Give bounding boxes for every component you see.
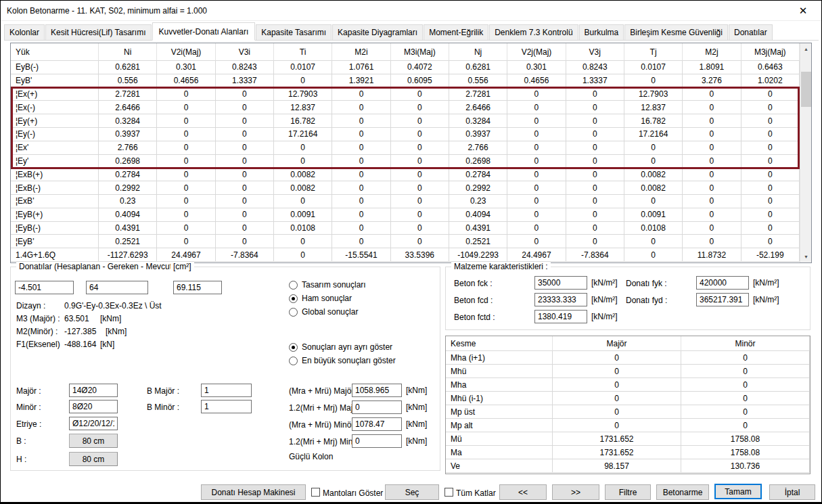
table-row[interactable]: ¦ExB(-)0.2992000.0082000.2992000.008200 — [11, 181, 800, 195]
betonarme-button[interactable]: Betonarme — [656, 484, 709, 500]
column-header-v3i[interactable]: V3i — [216, 43, 274, 61]
column-header-v2i-maj[interactable]: V2i(Maj) — [157, 43, 215, 61]
tab-kapasite-diyagramlar[interactable]: Kapasite Diyagramları — [332, 24, 423, 40]
table-row[interactable]: ¦Ey(-)0.39370017.2164000.39370017.216400 — [11, 128, 800, 141]
table-row[interactable]: ¦Ex(+)2.72810012.7903002.72810012.790300 — [11, 88, 800, 101]
tab-birle-im-kesme-g-venli-i[interactable]: Birleşim Kesme Güvenliği — [624, 24, 728, 40]
table-row[interactable]: ¦EyB'0.2521000000.252100000 — [11, 235, 800, 248]
donatilar-group-title: Donatılar (Hesaplanan - Gereken - Mevcut… — [16, 262, 182, 271]
close-icon[interactable]: ✕ — [792, 3, 815, 19]
next-button[interactable]: >> — [552, 484, 599, 500]
table-row[interactable]: ¦Ex(-)2.64660012.837002.64660012.83700 — [11, 101, 800, 114]
load-case-label: ¦ExB' — [11, 195, 99, 208]
value-cell: 0 — [566, 141, 624, 155]
column-header-v3j[interactable]: V3j — [566, 43, 624, 61]
value-cell: 0 — [566, 88, 624, 101]
b-minor-field[interactable] — [201, 400, 252, 413]
kesme-table[interactable]: KesmeMajörMinörMha (i+1)00Mhü00Mha00Mhü … — [445, 336, 810, 474]
value-cell: 2.7281 — [99, 88, 157, 101]
tab-donat-lar[interactable]: Donatılar — [729, 24, 773, 40]
scrollbar-thumb[interactable] — [801, 72, 811, 107]
column-header-m2j[interactable]: M2j — [683, 43, 741, 61]
column-header-m2i[interactable]: M2i — [332, 43, 390, 61]
value-cell: 0 — [741, 235, 800, 248]
table-row[interactable]: EyB(-)0.62810.3010.82430.01071.07610.407… — [11, 61, 800, 74]
column-header-m3j-maj[interactable]: M3j(Maj) — [741, 43, 800, 61]
hesaplanan-field[interactable] — [15, 281, 74, 294]
display-option-radio-sonu-lar-ayr-ayr-g-ster[interactable] — [289, 343, 298, 352]
table-row[interactable]: ¦EyB(+)0.4094000.0091000.4094000.009100 — [11, 208, 800, 222]
tab-moment-e-rilik[interactable]: Moment-Eğrilik — [424, 24, 488, 40]
tab-kesit-h-cresi-lif-tasar-m[interactable]: Kesit Hücresi(Lif) Tasarımı — [45, 24, 151, 40]
h-dimension-button[interactable]: 80 cm — [69, 452, 118, 466]
malzeme-field-donat-fyd[interactable] — [696, 293, 749, 306]
column-header-ti[interactable]: Ti — [274, 43, 332, 61]
moment-field-input[interactable] — [352, 384, 402, 397]
tab-denklem-7-3-kontrol[interactable]: Denklem 7.3 Kontrolü — [489, 24, 578, 40]
tum-katlar-checkbox[interactable] — [444, 488, 453, 497]
table-row[interactable]: ¦EyB(-)0.4391000.0108000.4391000.010800 — [11, 222, 800, 235]
column-header-v2j-maj[interactable]: V2j(Maj) — [507, 43, 566, 61]
scroll-down-icon[interactable]: ▼ — [800, 251, 812, 262]
tab-kolonlar[interactable]: Kolonlar — [4, 24, 45, 40]
sec-button[interactable]: Seç — [385, 484, 439, 500]
table-row[interactable]: ¦Ex'2.766000002.76600000 — [11, 141, 800, 155]
moment-field-unit: [kNm] — [406, 436, 427, 446]
kesme-value-cell: 0 — [553, 378, 681, 392]
malzeme-field-donat-fyk[interactable] — [696, 276, 749, 290]
tamam-button[interactable]: Tamam — [714, 484, 762, 499]
b-dimension-button[interactable]: 80 cm — [69, 434, 118, 448]
value-cell: 2.766 — [449, 141, 507, 155]
etriye-field[interactable] — [69, 417, 118, 430]
column-header-y-k[interactable]: Yük — [11, 43, 99, 61]
forces-table[interactable]: YükNiV2i(Maj)V3iTiM2iM3i(Maj)NjV2j(Maj)V… — [10, 43, 812, 263]
iptal-button[interactable]: İptal — [769, 484, 815, 500]
moment-field-input[interactable] — [352, 400, 402, 414]
major-rebar-field[interactable] — [69, 384, 118, 397]
column-header-m3i-maj[interactable]: M3i(Maj) — [391, 43, 449, 61]
table-row[interactable]: ¦ExB'0.23000000.2300000 — [11, 195, 800, 208]
scroll-up-icon[interactable]: ▲ — [800, 43, 812, 55]
column-header-ni[interactable]: Ni — [99, 43, 157, 61]
value-cell: 12.837 — [624, 101, 683, 114]
table-row[interactable]: ¦Ey(+)0.32840016.782000.32840016.78200 — [11, 114, 800, 128]
display-option-radio-en-b-y-k-sonu-lar-g-ster[interactable] — [289, 357, 298, 365]
column-header-nj[interactable]: Nj — [449, 43, 507, 61]
value-cell: -15.5541 — [332, 248, 390, 262]
value-cell: 11.8732 — [683, 248, 741, 262]
filtre-button[interactable]: Filtre — [605, 484, 651, 500]
load-case-label: ¦EyB(+) — [11, 208, 99, 222]
moment-field-input[interactable] — [352, 417, 402, 431]
malzeme-field-beton-fck[interactable] — [534, 276, 587, 290]
kesme-value-cell: 0 — [553, 392, 681, 405]
value-cell: 0 — [741, 168, 800, 181]
mantolari-goster-checkbox[interactable] — [311, 488, 320, 497]
b-major-field[interactable] — [201, 384, 252, 397]
table-row[interactable]: ¦Ey'0.2698000000.269800000 — [11, 155, 800, 168]
malzeme-field-beton-fcd[interactable] — [534, 293, 587, 306]
mevcut-field[interactable] — [173, 281, 222, 294]
table-row[interactable]: EyB'0.5560.46561.333701.39210.60950.5560… — [11, 74, 800, 88]
result-option-radio-tasar-m-sonu-lar[interactable] — [289, 281, 298, 290]
table-row[interactable]: ¦ExB(+)0.2784000.0082000.2784000.008200 — [11, 168, 800, 181]
table-row[interactable]: 1.4G+1.6Q-1127.629324.4967-7.83640-15.55… — [11, 248, 800, 262]
value-cell: 0 — [683, 208, 741, 222]
result-option-radio-ham-sonu-lar[interactable] — [289, 294, 298, 303]
kesme-value-cell: 0 — [681, 365, 810, 378]
vertical-scrollbar[interactable]: ▲ ▼ — [800, 43, 811, 262]
moment-field-input[interactable] — [352, 434, 402, 448]
malzeme-field-beton-fctd[interactable] — [534, 310, 587, 323]
title-bar[interactable]: Kolon Betonarme - 11. KAT, S02, minimum … — [1, 1, 821, 21]
value-cell: 0 — [332, 114, 390, 128]
value-cell: 0 — [507, 114, 566, 128]
minor-rebar-field[interactable] — [69, 400, 118, 413]
gereken-field[interactable] — [86, 281, 148, 294]
donati-hesap-makinesi-button[interactable]: Donatı Hesap Makinesi — [201, 484, 306, 500]
tab-kuvvetler-donat-alanlar[interactable]: Kuvvetler-Donatı Alanları — [152, 22, 256, 41]
result-option-radio-global-sonu-lar[interactable] — [289, 308, 298, 317]
previous-button[interactable]: << — [499, 484, 547, 500]
value-cell: 0 — [507, 88, 566, 101]
tab-kapasite-tasar-m[interactable]: Kapasite Tasarımı — [256, 24, 332, 40]
column-header-tj[interactable]: Tj — [624, 43, 683, 61]
tab-burkulma[interactable]: Burkulma — [579, 24, 624, 40]
